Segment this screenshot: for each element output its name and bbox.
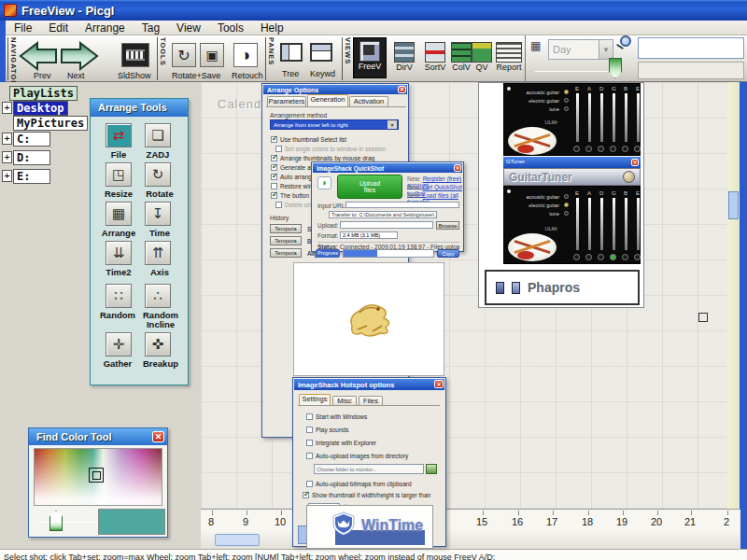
string-bar[interactable]	[600, 198, 603, 250]
mode-radio-acoustic[interactable]	[564, 194, 569, 199]
tuner-mini-titlebar[interactable]: GTuner ✕	[503, 157, 641, 168]
expander-d-drive[interactable]: +	[2, 151, 12, 163]
arrange-file-button[interactable]: ⇄	[106, 123, 132, 147]
retouch-icon[interactable]: ◑	[233, 43, 258, 67]
tree-pane-icon[interactable]	[280, 43, 303, 62]
arrange-random-button[interactable]: ∷	[106, 284, 132, 308]
tab-generation[interactable]: Generation	[307, 94, 348, 106]
menu-tools[interactable]: Tools	[209, 21, 252, 35]
mode-acoustic-label[interactable]: acoustic guitar	[507, 194, 559, 200]
menu-arrange[interactable]: Arrange	[77, 21, 134, 35]
view-qv-button[interactable]: QV	[472, 39, 491, 78]
is-checkbox-autoupload-dir[interactable]: Auto-upload images from directory	[306, 453, 408, 460]
expander-c-drive[interactable]: +	[2, 133, 12, 145]
is-checkbox-start[interactable]: Start with Windows	[306, 413, 367, 421]
string-button[interactable]	[585, 146, 592, 152]
upload-dialog-title[interactable]: ImageShack QuickShot	[313, 163, 462, 173]
upload-close-icon[interactable]: ✕	[454, 164, 461, 172]
search-input[interactable]	[638, 37, 744, 59]
string-button[interactable]	[634, 254, 641, 260]
mode-radio-acoustic[interactable]	[564, 90, 569, 94]
upload-green-button[interactable]: Uploadfiles	[337, 175, 402, 199]
string-button[interactable]	[573, 146, 580, 152]
arrange-options-close-icon[interactable]: ✕	[398, 86, 406, 93]
canvas-hscrollbar[interactable]	[201, 532, 740, 549]
frog-image-window[interactable]	[293, 262, 444, 376]
string-button-active[interactable]	[610, 254, 616, 260]
view-dirv-button[interactable]: DirV	[390, 39, 418, 78]
mode-acoustic-label[interactable]: acoustic guitar	[507, 90, 559, 95]
string-bar[interactable]	[576, 198, 579, 250]
opt-checkbox-1[interactable]: Set angle colors to window in session	[275, 146, 386, 153]
arrange-rotate-button[interactable]: ↻	[145, 162, 171, 187]
sidebar-item-mypictures[interactable]: MyPictures	[13, 116, 88, 131]
arrange-time2-button[interactable]: ⇊	[106, 241, 132, 265]
canvas-hscrollbar-thumb[interactable]	[215, 534, 260, 546]
prev-button[interactable]	[19, 40, 58, 72]
arrange-arrange-button[interactable]: ▦	[106, 202, 132, 226]
history-field-1[interactable]: Tempora	[270, 236, 302, 245]
is-checkbox-explorer[interactable]: Integrate with Explorer	[306, 440, 376, 447]
folder-browse-icon[interactable]	[426, 464, 437, 474]
tab-files[interactable]: Files	[359, 396, 383, 405]
imageshack-dialog-title[interactable]: ImageShack Hotspot options	[294, 379, 444, 390]
mode-radio-electric[interactable]	[564, 98, 569, 103]
mode-electric-label[interactable]: electric guitar	[507, 203, 559, 208]
grid-view-icon[interactable]: ▦	[530, 39, 541, 52]
string-bar[interactable]	[637, 93, 640, 142]
view-freev-button[interactable]: FreeV	[353, 37, 387, 78]
string-bar[interactable]	[600, 93, 603, 142]
view-report-button[interactable]: Report	[493, 39, 525, 78]
menu-help[interactable]: Help	[252, 21, 292, 35]
tuner-knob-icon[interactable]	[623, 171, 635, 183]
string-button[interactable]	[598, 254, 604, 260]
dropdown-chevron-icon[interactable]: ▾	[388, 120, 397, 129]
mode-electric-label[interactable]: electric guitar	[507, 98, 559, 104]
format-field[interactable]: 2.4 MB (3.1 MB)	[340, 231, 398, 239]
copy-button[interactable]: Copy	[437, 249, 459, 258]
sidebar-item-desktop[interactable]: Desktop	[13, 101, 68, 116]
opt-checkbox-0[interactable]: Use thumbnail Select list	[271, 136, 346, 144]
menu-file[interactable]: File	[6, 21, 40, 35]
upload-field[interactable]	[340, 221, 433, 229]
find-color-close-icon[interactable]: ✕	[152, 431, 164, 442]
arrange-options-title[interactable]: Arrange Options	[263, 85, 407, 94]
string-button[interactable]	[585, 254, 592, 260]
menu-edit[interactable]: Edit	[40, 21, 77, 35]
string-button[interactable]	[622, 146, 628, 152]
mode-radio-electric[interactable]	[564, 203, 569, 207]
rotate-icon[interactable]: ↻	[172, 43, 196, 67]
imageshack-close-icon[interactable]: ✕	[434, 380, 444, 388]
arrange-tools-title[interactable]: Arrange Tools	[91, 99, 188, 117]
sidebar-item-d-drive[interactable]: D:	[13, 150, 50, 165]
browse-button[interactable]: Browse	[436, 221, 459, 230]
find-color-title[interactable]: Find Color Tool	[29, 428, 167, 445]
timeline-ruler[interactable]: 8 9 10 11 12 13 14 15 16 17 18 19 20 21 …	[201, 509, 740, 532]
string-bar[interactable]	[625, 198, 627, 250]
expander-e-drive[interactable]: +	[2, 170, 12, 182]
menu-view[interactable]: View	[168, 21, 209, 35]
color-picker-cursor[interactable]	[89, 468, 104, 483]
string-button[interactable]	[622, 254, 628, 260]
tuner-close-icon[interactable]: ✕	[631, 159, 639, 166]
canvas-vscrollbar-thumb[interactable]	[728, 191, 739, 219]
slideshow-icon[interactable]	[121, 43, 149, 67]
string-bar[interactable]	[625, 93, 627, 142]
mode-tune-label[interactable]: tune	[507, 211, 559, 217]
string-bar[interactable]	[588, 93, 591, 142]
canvas-vscrollbar[interactable]	[727, 82, 740, 509]
wintime-window[interactable]: WinTime	[306, 505, 433, 549]
transfer-field[interactable]: Transfer to: C:\Documents and Settings\u…	[329, 211, 437, 218]
arrangement-method-dropdown[interactable]: Arrange from inner left to right ▾	[270, 119, 399, 130]
string-bar[interactable]	[588, 198, 591, 250]
tab-settings[interactable]: Settings	[299, 394, 331, 405]
mode-radio-tune[interactable]	[564, 106, 569, 111]
save-icon[interactable]: ▣	[200, 43, 224, 67]
string-button[interactable]	[610, 146, 616, 152]
tab-activation[interactable]: Activation	[349, 96, 388, 106]
arrange-breakup-button[interactable]: ✜	[145, 332, 171, 357]
tab-misc[interactable]: Misc	[332, 396, 357, 405]
keyword-pane-icon[interactable]	[310, 43, 332, 62]
arrange-gather-button[interactable]: ✛	[106, 332, 132, 357]
view-sortv-button[interactable]: SortV	[420, 39, 450, 78]
